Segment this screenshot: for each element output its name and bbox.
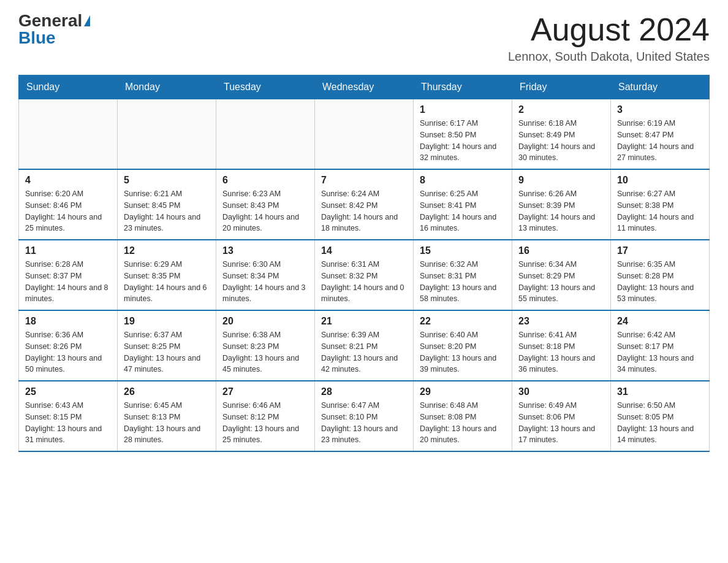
day-number: 18 xyxy=(25,316,111,327)
calendar-day-cell: 20Sunrise: 6:38 AM Sunset: 8:23 PM Dayli… xyxy=(216,310,315,381)
day-info: Sunrise: 6:46 AM Sunset: 8:12 PM Dayligh… xyxy=(222,400,308,446)
calendar-week-row: 18Sunrise: 6:36 AM Sunset: 8:26 PM Dayli… xyxy=(19,310,710,381)
calendar-day-cell: 17Sunrise: 6:35 AM Sunset: 8:28 PM Dayli… xyxy=(611,240,710,310)
calendar-day-cell: 18Sunrise: 6:36 AM Sunset: 8:26 PM Dayli… xyxy=(19,310,118,381)
calendar-day-cell: 21Sunrise: 6:39 AM Sunset: 8:21 PM Dayli… xyxy=(315,310,414,381)
day-of-week-header: Tuesday xyxy=(216,75,315,99)
day-info: Sunrise: 6:35 AM Sunset: 8:28 PM Dayligh… xyxy=(617,259,703,305)
day-info: Sunrise: 6:40 AM Sunset: 8:20 PM Dayligh… xyxy=(420,329,506,375)
day-info: Sunrise: 6:42 AM Sunset: 8:17 PM Dayligh… xyxy=(617,329,703,375)
logo: General Blue xyxy=(18,12,90,47)
day-number: 31 xyxy=(617,386,703,397)
day-info: Sunrise: 6:49 AM Sunset: 8:06 PM Dayligh… xyxy=(518,400,604,446)
calendar-day-cell: 11Sunrise: 6:28 AM Sunset: 8:37 PM Dayli… xyxy=(19,240,118,310)
day-number: 5 xyxy=(124,175,210,186)
day-number: 12 xyxy=(124,245,210,256)
day-number: 6 xyxy=(222,175,308,186)
day-number: 13 xyxy=(222,245,308,256)
calendar-day-cell: 1Sunrise: 6:17 AM Sunset: 8:50 PM Daylig… xyxy=(414,99,512,170)
day-number: 22 xyxy=(420,316,506,327)
calendar-day-cell: 15Sunrise: 6:32 AM Sunset: 8:31 PM Dayli… xyxy=(414,240,512,310)
day-number: 24 xyxy=(617,316,703,327)
calendar-day-cell: 26Sunrise: 6:45 AM Sunset: 8:13 PM Dayli… xyxy=(118,381,216,451)
calendar-day-cell: 4Sunrise: 6:20 AM Sunset: 8:46 PM Daylig… xyxy=(19,169,118,240)
calendar-day-cell xyxy=(315,99,414,170)
day-info: Sunrise: 6:27 AM Sunset: 8:38 PM Dayligh… xyxy=(617,188,703,234)
day-number: 14 xyxy=(321,245,407,256)
day-number: 16 xyxy=(518,245,604,256)
day-number: 20 xyxy=(222,316,308,327)
day-info: Sunrise: 6:18 AM Sunset: 8:49 PM Dayligh… xyxy=(518,118,604,164)
day-info: Sunrise: 6:36 AM Sunset: 8:26 PM Dayligh… xyxy=(25,329,111,375)
calendar-day-cell: 14Sunrise: 6:31 AM Sunset: 8:32 PM Dayli… xyxy=(315,240,414,310)
calendar-day-cell: 10Sunrise: 6:27 AM Sunset: 8:38 PM Dayli… xyxy=(611,169,710,240)
day-info: Sunrise: 6:41 AM Sunset: 8:18 PM Dayligh… xyxy=(518,329,604,375)
title-block: August 2024 Lennox, South Dakota, United… xyxy=(508,12,710,64)
day-number: 29 xyxy=(420,386,506,397)
calendar-day-cell: 24Sunrise: 6:42 AM Sunset: 8:17 PM Dayli… xyxy=(611,310,710,381)
calendar-week-row: 11Sunrise: 6:28 AM Sunset: 8:37 PM Dayli… xyxy=(19,240,710,310)
calendar-day-cell: 7Sunrise: 6:24 AM Sunset: 8:42 PM Daylig… xyxy=(315,169,414,240)
calendar-day-cell xyxy=(19,99,118,170)
days-of-week-row: SundayMondayTuesdayWednesdayThursdayFrid… xyxy=(19,75,710,99)
day-number: 15 xyxy=(420,245,506,256)
day-info: Sunrise: 6:25 AM Sunset: 8:41 PM Dayligh… xyxy=(420,188,506,234)
calendar-title: August 2024 xyxy=(508,12,710,47)
day-number: 17 xyxy=(617,245,703,256)
calendar-week-row: 25Sunrise: 6:43 AM Sunset: 8:15 PM Dayli… xyxy=(19,381,710,451)
calendar-day-cell: 3Sunrise: 6:19 AM Sunset: 8:47 PM Daylig… xyxy=(611,99,710,170)
day-of-week-header: Thursday xyxy=(414,75,512,99)
calendar-day-cell: 27Sunrise: 6:46 AM Sunset: 8:12 PM Dayli… xyxy=(216,381,315,451)
calendar-day-cell: 13Sunrise: 6:30 AM Sunset: 8:34 PM Dayli… xyxy=(216,240,315,310)
calendar-day-cell xyxy=(216,99,315,170)
calendar-header: SundayMondayTuesdayWednesdayThursdayFrid… xyxy=(19,75,710,99)
calendar-day-cell: 29Sunrise: 6:48 AM Sunset: 8:08 PM Dayli… xyxy=(414,381,512,451)
calendar-week-row: 1Sunrise: 6:17 AM Sunset: 8:50 PM Daylig… xyxy=(19,99,710,170)
calendar-day-cell: 23Sunrise: 6:41 AM Sunset: 8:18 PM Dayli… xyxy=(512,310,611,381)
day-of-week-header: Saturday xyxy=(611,75,710,99)
day-info: Sunrise: 6:28 AM Sunset: 8:37 PM Dayligh… xyxy=(25,259,111,305)
day-info: Sunrise: 6:38 AM Sunset: 8:23 PM Dayligh… xyxy=(222,329,308,375)
day-info: Sunrise: 6:47 AM Sunset: 8:10 PM Dayligh… xyxy=(321,400,407,446)
calendar-day-cell: 19Sunrise: 6:37 AM Sunset: 8:25 PM Dayli… xyxy=(118,310,216,381)
day-info: Sunrise: 6:19 AM Sunset: 8:47 PM Dayligh… xyxy=(617,118,703,164)
day-info: Sunrise: 6:26 AM Sunset: 8:39 PM Dayligh… xyxy=(518,188,604,234)
day-info: Sunrise: 6:29 AM Sunset: 8:35 PM Dayligh… xyxy=(124,259,210,305)
calendar-day-cell: 16Sunrise: 6:34 AM Sunset: 8:29 PM Dayli… xyxy=(512,240,611,310)
calendar-day-cell: 25Sunrise: 6:43 AM Sunset: 8:15 PM Dayli… xyxy=(19,381,118,451)
day-number: 8 xyxy=(420,175,506,186)
calendar-day-cell: 31Sunrise: 6:50 AM Sunset: 8:05 PM Dayli… xyxy=(611,381,710,451)
day-number: 1 xyxy=(420,104,506,115)
day-of-week-header: Wednesday xyxy=(315,75,414,99)
calendar-day-cell: 28Sunrise: 6:47 AM Sunset: 8:10 PM Dayli… xyxy=(315,381,414,451)
calendar-table: SundayMondayTuesdayWednesdayThursdayFrid… xyxy=(18,75,710,452)
day-info: Sunrise: 6:50 AM Sunset: 8:05 PM Dayligh… xyxy=(617,400,703,446)
day-info: Sunrise: 6:39 AM Sunset: 8:21 PM Dayligh… xyxy=(321,329,407,375)
calendar-body: 1Sunrise: 6:17 AM Sunset: 8:50 PM Daylig… xyxy=(19,99,710,452)
day-number: 26 xyxy=(124,386,210,397)
calendar-day-cell: 6Sunrise: 6:23 AM Sunset: 8:43 PM Daylig… xyxy=(216,169,315,240)
calendar-day-cell: 12Sunrise: 6:29 AM Sunset: 8:35 PM Dayli… xyxy=(118,240,216,310)
day-info: Sunrise: 6:45 AM Sunset: 8:13 PM Dayligh… xyxy=(124,400,210,446)
day-info: Sunrise: 6:21 AM Sunset: 8:45 PM Dayligh… xyxy=(124,188,210,234)
day-number: 11 xyxy=(25,245,111,256)
day-number: 3 xyxy=(617,104,703,115)
calendar-day-cell: 22Sunrise: 6:40 AM Sunset: 8:20 PM Dayli… xyxy=(414,310,512,381)
calendar-day-cell: 8Sunrise: 6:25 AM Sunset: 8:41 PM Daylig… xyxy=(414,169,512,240)
day-of-week-header: Friday xyxy=(512,75,611,99)
day-number: 7 xyxy=(321,175,407,186)
day-number: 23 xyxy=(518,316,604,327)
calendar-day-cell: 9Sunrise: 6:26 AM Sunset: 8:39 PM Daylig… xyxy=(512,169,611,240)
day-of-week-header: Monday xyxy=(118,75,216,99)
calendar-week-row: 4Sunrise: 6:20 AM Sunset: 8:46 PM Daylig… xyxy=(19,169,710,240)
calendar-day-cell: 2Sunrise: 6:18 AM Sunset: 8:49 PM Daylig… xyxy=(512,99,611,170)
day-number: 10 xyxy=(617,175,703,186)
day-number: 28 xyxy=(321,386,407,397)
day-info: Sunrise: 6:24 AM Sunset: 8:42 PM Dayligh… xyxy=(321,188,407,234)
day-number: 25 xyxy=(25,386,111,397)
calendar-day-cell: 5Sunrise: 6:21 AM Sunset: 8:45 PM Daylig… xyxy=(118,169,216,240)
day-info: Sunrise: 6:31 AM Sunset: 8:32 PM Dayligh… xyxy=(321,259,407,305)
day-number: 2 xyxy=(518,104,604,115)
day-info: Sunrise: 6:23 AM Sunset: 8:43 PM Dayligh… xyxy=(222,188,308,234)
page-header: General Blue August 2024 Lennox, South D… xyxy=(18,12,710,64)
